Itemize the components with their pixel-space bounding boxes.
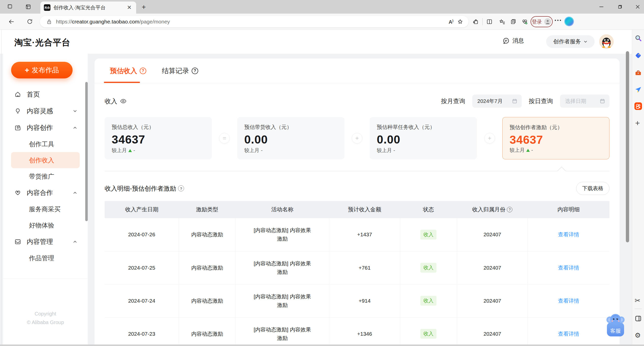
cell-type: 内容动态激励 [179, 284, 235, 317]
view-details-link[interactable]: 查看详情 [558, 265, 579, 271]
card-creator-incentive[interactable]: 预估创作者激励（元） 34637 较上月- [502, 117, 609, 159]
month-query-input[interactable]: 2024年7月 [472, 95, 522, 108]
url-scheme: https:// [56, 19, 72, 24]
help-icon[interactable]: ? [192, 68, 198, 74]
rail-search-icon[interactable] [634, 34, 642, 42]
sidebar-item-label: 首页 [27, 90, 40, 99]
sidebar-item-label: 创作收入 [29, 156, 54, 164]
tab-settlement-records[interactable]: 结算记录 ? [162, 66, 198, 75]
col-activity: 活动名称 [236, 201, 329, 218]
edge-sidebar-rail: + ✂ ⚙ [632, 30, 644, 344]
sidebar-item-goods-promotion[interactable]: 带货推广 [3, 168, 88, 184]
plus-operator: + [352, 133, 362, 143]
window-close-button[interactable] [633, 3, 642, 11]
browser-tab[interactable]: 光合 创作收入·淘宝光合平台 ✕ [40, 2, 136, 14]
back-icon[interactable] [8, 18, 15, 25]
rail-divider [635, 309, 642, 309]
table-row: 2024-07-24 内容动态激励 [内容动态激励] 内容效果激励 +914 收… [105, 284, 609, 317]
site-header: 淘宝·光合平台 消息 创作者服务 [0, 30, 632, 54]
user-avatar[interactable] [599, 34, 614, 49]
rail-shopping-icon[interactable] [634, 52, 642, 60]
browser-menu-icon[interactable] [555, 20, 561, 21]
rail-kuaishou-icon[interactable] [634, 102, 642, 110]
rail-toolbox-icon[interactable] [634, 69, 642, 77]
help-icon[interactable]: ? [178, 185, 184, 191]
rail-panel-icon[interactable] [634, 315, 642, 322]
cell-activity: [内容动态激励] 内容效果激励 [236, 251, 329, 284]
window-minimize-button[interactable] [597, 3, 606, 11]
rail-add-icon[interactable]: + [635, 119, 640, 128]
col-type: 激励类型 [179, 201, 235, 218]
section-divider [105, 171, 609, 171]
workspaces-icon[interactable] [7, 4, 13, 10]
card-title: 预估创作者激励（元） [510, 124, 602, 131]
view-details-link[interactable]: 查看详情 [558, 331, 579, 337]
help-icon[interactable]: ? [140, 68, 146, 74]
browser-essentials-icon[interactable] [521, 18, 528, 25]
sidebar-item-creation-income[interactable]: 创作收入 [11, 152, 80, 168]
card-title: 预估种草任务收入（元） [377, 124, 470, 131]
detail-header-row: 收入明细-预估创作者激励 ? 下载表格 [95, 182, 620, 195]
customer-service-widget[interactable]: 客服 [606, 312, 625, 336]
login-label: 登录 [532, 18, 542, 25]
eye-icon[interactable] [120, 98, 127, 105]
messages-button[interactable]: 消息 [502, 37, 524, 45]
rail-capture-icon[interactable]: ✂ [635, 297, 640, 304]
cell-amount: +1346 [329, 317, 400, 346]
month-query-label: 按月查询 [441, 97, 465, 105]
sidebar-item-cooperation[interactable]: 内容合作 [3, 184, 88, 201]
url-text[interactable]: https://creator.guanghe.taobao.com/page/… [56, 19, 445, 25]
download-table-button[interactable]: 下载表格 [576, 182, 609, 195]
tab-actions-icon[interactable] [25, 4, 31, 10]
cell-status: 收入 [400, 317, 457, 346]
login-button[interactable]: 登录 [531, 16, 553, 27]
favorite-star-icon[interactable] [457, 18, 463, 25]
card-goods-income[interactable]: 预估带货收入（元） 0.00 较上月- [237, 117, 344, 159]
page-scrollbar[interactable] [626, 51, 629, 242]
cell-type: 内容动态激励 [179, 251, 235, 284]
cell-month: 202407 [457, 317, 528, 346]
tab-estimated-income[interactable]: 预估收入 ? [110, 66, 146, 75]
publish-work-button[interactable]: + 发布作品 [11, 62, 73, 78]
read-aloud-icon[interactable]: A) [449, 19, 453, 25]
sidebar-item-management[interactable]: 内容管理 [3, 233, 88, 250]
help-icon[interactable]: ? [507, 207, 512, 212]
cell-month: 202407 [457, 284, 528, 317]
day-query-input[interactable]: 选择日期 [560, 95, 609, 108]
sidebar-item-home[interactable]: 首页 [3, 86, 88, 103]
sidebar-item-label: 服务商采买 [29, 205, 61, 213]
new-tab-button[interactable]: + [142, 3, 146, 11]
sidebar-scrollbar[interactable] [85, 82, 88, 221]
extensions-icon[interactable] [473, 18, 479, 25]
view-details-link[interactable]: 查看详情 [558, 298, 579, 304]
creator-service-menu[interactable]: 创作者服务 [546, 35, 595, 48]
card-total-income[interactable]: 预估总收入（元） 34637 较上月- [105, 117, 212, 159]
main-panel: 预估收入 ? 结算记录 ? 收入 按月查询 2024年7月 按日查询 [95, 59, 620, 346]
split-screen-icon[interactable] [486, 18, 493, 25]
cell-action: 查看详情 [528, 218, 609, 251]
favorites-bar-icon[interactable] [499, 18, 505, 25]
url-bar[interactable]: https://creator.guanghe.taobao.com/page/… [40, 16, 469, 27]
card-compare: 较上月- [377, 147, 395, 154]
collections-icon[interactable] [510, 18, 517, 25]
view-details-link[interactable]: 查看详情 [558, 232, 579, 237]
profile-avatar-icon [544, 18, 551, 25]
sidebar-item-good-experience[interactable]: 好物体验 [3, 217, 88, 233]
sidebar-item-works-management[interactable]: 作品管理 [3, 250, 88, 266]
creator-service-label: 创作者服务 [553, 38, 581, 45]
tabs-row: 预估收入 ? 结算记录 ? [95, 59, 620, 83]
sidebar-item-creation[interactable]: 内容创作 [3, 119, 88, 136]
rail-send-icon[interactable] [634, 86, 642, 93]
card-value: 0.00 [377, 133, 470, 146]
refresh-icon[interactable] [26, 18, 33, 25]
sidebar-item-creation-tools[interactable]: 创作工具 [3, 136, 88, 152]
rail-settings-gear-icon[interactable]: ⚙ [635, 331, 641, 339]
sidebar-item-service-purchase[interactable]: 服务商采买 [3, 201, 88, 217]
window-restore-button[interactable] [615, 3, 624, 11]
card-value: 34637 [510, 133, 602, 147]
copilot-icon[interactable] [564, 17, 574, 26]
cell-action: 查看详情 [528, 284, 609, 317]
sidebar-item-inspiration[interactable]: 内容灵感 [3, 103, 88, 119]
card-seeding-task-income[interactable]: 预估种草任务收入（元） 0.00 较上月- [370, 117, 477, 159]
tab-close-icon[interactable]: ✕ [126, 4, 133, 11]
